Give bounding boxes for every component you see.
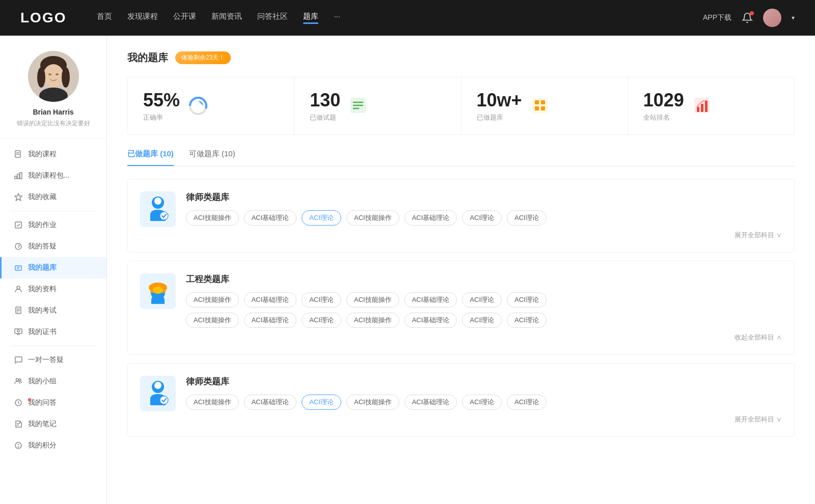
user-menu-chevron[interactable]: ▾ bbox=[792, 14, 795, 21]
people-icon bbox=[14, 285, 23, 294]
sidebar-item-my-courses[interactable]: 我的课程 bbox=[0, 144, 106, 165]
qbank-lawyer-1-tags: ACI技能操作 ACI基础理论 ACI理论 ACI技能操作 ACI基础理论 AC… bbox=[186, 210, 782, 226]
eng-tag-r2-1[interactable]: ACI基础理论 bbox=[244, 313, 297, 328]
avatar-svg bbox=[28, 51, 79, 102]
expand-link-lawyer-2[interactable]: 展开全部科目 ∨ bbox=[186, 415, 782, 424]
nav-open-course[interactable]: 公开课 bbox=[173, 12, 196, 24]
sidebar-item-points[interactable]: 我的积分 bbox=[0, 435, 106, 456]
eng-tag-r1-5[interactable]: ACI理论 bbox=[462, 292, 502, 307]
svg-point-53 bbox=[154, 198, 161, 205]
svg-rect-49 bbox=[697, 107, 699, 112]
eng-tag-r2-3[interactable]: ACI技能操作 bbox=[346, 313, 399, 328]
l2-tag-2-active[interactable]: ACI理论 bbox=[302, 395, 341, 410]
nav-home[interactable]: 首页 bbox=[97, 12, 112, 24]
svg-point-30 bbox=[19, 379, 21, 381]
l2-tag-4[interactable]: ACI基础理论 bbox=[404, 395, 457, 410]
stat-rank-label: 全站排名 bbox=[643, 113, 684, 122]
tab-done-banks[interactable]: 已做题库 (10) bbox=[127, 149, 174, 166]
eng-tag-r2-6[interactable]: ACI理论 bbox=[507, 313, 547, 328]
doc-icon bbox=[14, 306, 23, 315]
svg-point-28 bbox=[17, 330, 19, 332]
sidebar-item-1on1-qa[interactable]: 一对一答疑 bbox=[0, 349, 106, 371]
grid-icon bbox=[530, 96, 551, 116]
nav-news[interactable]: 新闻资讯 bbox=[211, 12, 242, 24]
sidebar-item-profile-data[interactable]: 我的资料 bbox=[0, 278, 106, 300]
l2-tag-6[interactable]: ACI理论 bbox=[507, 395, 547, 410]
l2-tag-1[interactable]: ACI基础理论 bbox=[244, 395, 297, 410]
eng-tag-r2-4[interactable]: ACI基础理论 bbox=[404, 313, 457, 328]
stat-done-q-value: 130 bbox=[310, 90, 340, 111]
nav-right-area: APP下载 ▾ bbox=[703, 9, 795, 27]
qbank-lawyer-2-title: 律师类题库 bbox=[186, 376, 782, 387]
group-icon bbox=[14, 377, 23, 386]
nav-more[interactable]: ··· bbox=[334, 12, 340, 24]
svg-point-6 bbox=[37, 67, 45, 88]
tag-4[interactable]: ACI基础理论 bbox=[404, 210, 457, 226]
tag-2-active[interactable]: ACI理论 bbox=[302, 210, 341, 226]
sidebar-item-my-qa[interactable]: 我的问答 bbox=[0, 392, 106, 413]
stat-done-banks: 10w+ 已做题库 bbox=[461, 77, 628, 134]
expand-link-lawyer-1[interactable]: 展开全部科目 ∨ bbox=[186, 231, 782, 240]
nav-courses[interactable]: 发现课程 bbox=[127, 12, 158, 24]
svg-point-54 bbox=[160, 212, 168, 220]
l2-tag-3[interactable]: ACI技能操作 bbox=[346, 395, 399, 410]
profile-name: Brian Harris bbox=[10, 108, 96, 116]
svg-marker-16 bbox=[15, 193, 22, 201]
tag-6[interactable]: ACI理论 bbox=[507, 210, 547, 226]
qa-icon bbox=[14, 398, 23, 407]
stat-rank-value: 1029 bbox=[643, 90, 684, 111]
collapse-link-engineer[interactable]: 收起全部科目 ∧ bbox=[186, 333, 782, 342]
eng-tag-r1-0[interactable]: ACI技能操作 bbox=[186, 292, 239, 307]
l2-tag-5[interactable]: ACI理论 bbox=[462, 395, 502, 410]
eng-tag-r2-2[interactable]: ACI理论 bbox=[302, 313, 341, 328]
qbank-engineer-title: 工程类题库 bbox=[186, 273, 782, 285]
tag-1[interactable]: ACI基础理论 bbox=[244, 210, 297, 226]
sidebar-item-group[interactable]: 我的小组 bbox=[0, 371, 106, 392]
qbank-engineer-content: 工程类题库 ACI技能操作 ACI基础理论 ACI理论 ACI技能操作 ACI基… bbox=[186, 273, 782, 342]
eng-tag-r1-1[interactable]: ACI基础理论 bbox=[244, 292, 297, 307]
sidebar-menu: 我的课程 我的课程包... 我的收藏 bbox=[0, 138, 106, 461]
chat-icon bbox=[14, 355, 23, 365]
eng-tag-r1-4[interactable]: ACI基础理论 bbox=[404, 292, 457, 307]
tag-5[interactable]: ACI理论 bbox=[462, 210, 502, 226]
sidebar-item-notes[interactable]: 我的笔记 bbox=[0, 413, 106, 435]
eng-tag-r1-2[interactable]: ACI理论 bbox=[302, 292, 341, 307]
sidebar-item-certificate[interactable]: 我的证书 bbox=[0, 321, 106, 343]
question-icon bbox=[14, 242, 23, 251]
profile-motto: 错误的决定比没有决定要好 bbox=[10, 119, 96, 128]
svg-point-18 bbox=[15, 243, 21, 249]
tab-available-banks[interactable]: 可做题库 (10) bbox=[189, 149, 235, 166]
qa-dot bbox=[28, 398, 31, 401]
eng-tag-r2-0[interactable]: ACI技能操作 bbox=[186, 313, 239, 328]
file-icon bbox=[14, 150, 23, 159]
svg-point-7 bbox=[62, 67, 70, 88]
svg-rect-51 bbox=[705, 101, 708, 112]
svg-point-58 bbox=[153, 287, 163, 294]
eng-tag-r1-6[interactable]: ACI理论 bbox=[507, 292, 547, 307]
svg-rect-46 bbox=[535, 106, 539, 110]
user-avatar[interactable] bbox=[763, 9, 781, 27]
app-download-link[interactable]: APP下载 bbox=[703, 13, 731, 22]
l2-tag-0[interactable]: ACI技能操作 bbox=[186, 395, 239, 410]
pie-chart-icon bbox=[188, 96, 208, 116]
tag-0[interactable]: ACI技能操作 bbox=[186, 210, 239, 226]
eng-tag-r2-5[interactable]: ACI理论 bbox=[462, 313, 502, 328]
logo: LOGO bbox=[20, 10, 66, 26]
notification-bell[interactable] bbox=[742, 12, 753, 23]
stat-accuracy-label: 正确率 bbox=[143, 113, 180, 122]
svg-rect-47 bbox=[541, 106, 545, 110]
divider-2 bbox=[10, 346, 96, 346]
main-inner: 我的题库 体验剩余23天！ 55% 正确率 bbox=[107, 36, 815, 504]
sidebar-item-qa-mine[interactable]: 我的答疑 bbox=[0, 236, 106, 257]
stat-done-q-label: 已做试题 bbox=[310, 113, 340, 122]
top-navigation: LOGO 首页 发现课程 公开课 新闻资讯 问答社区 题库 ··· APP下载 … bbox=[0, 0, 815, 36]
sidebar-item-favorites[interactable]: 我的收藏 bbox=[0, 186, 106, 208]
sidebar-item-my-bank[interactable]: 我的题库 bbox=[0, 257, 106, 278]
eng-tag-r1-3[interactable]: ACI技能操作 bbox=[346, 292, 399, 307]
nav-bank[interactable]: 题库 bbox=[303, 12, 318, 24]
nav-qa[interactable]: 问答社区 bbox=[257, 12, 288, 24]
sidebar-item-homework[interactable]: 我的作业 bbox=[0, 214, 106, 236]
sidebar-item-exam[interactable]: 我的考试 bbox=[0, 300, 106, 321]
tag-3[interactable]: ACI技能操作 bbox=[346, 210, 399, 226]
sidebar-item-course-package[interactable]: 我的课程包... bbox=[0, 165, 106, 186]
